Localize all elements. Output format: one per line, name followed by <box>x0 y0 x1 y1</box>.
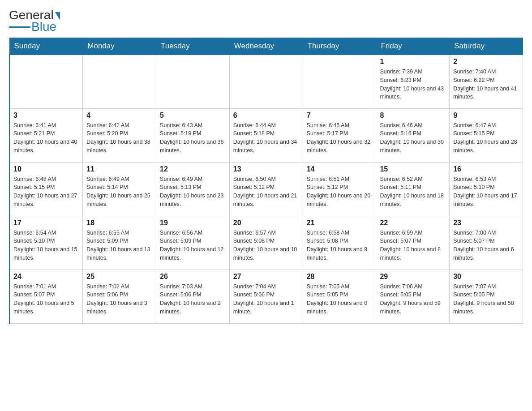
calendar-cell: 6Sunrise: 6:44 AMSunset: 5:18 PMDaylight… <box>229 108 303 162</box>
day-info: Sunrise: 7:07 AMSunset: 5:05 PMDaylight:… <box>453 283 519 316</box>
day-number: 20 <box>233 219 299 227</box>
day-info: Sunrise: 6:58 AMSunset: 5:08 PMDaylight:… <box>307 229 373 262</box>
calendar-cell: 4Sunrise: 6:42 AMSunset: 5:20 PMDaylight… <box>83 108 156 162</box>
calendar-header-friday: Friday <box>376 38 450 55</box>
day-number: 16 <box>453 165 519 173</box>
day-number: 6 <box>233 111 299 120</box>
day-number: 18 <box>86 219 152 227</box>
calendar-cell: 27Sunrise: 7:04 AMSunset: 5:06 PMDayligh… <box>229 270 303 323</box>
day-info: Sunrise: 6:47 AMSunset: 5:15 PMDaylight:… <box>453 121 519 155</box>
calendar-cell: 9Sunrise: 6:47 AMSunset: 5:15 PMDaylight… <box>450 108 523 162</box>
calendar-cell: 20Sunrise: 6:57 AMSunset: 5:08 PMDayligh… <box>229 216 303 270</box>
day-number: 10 <box>13 165 79 173</box>
calendar-cell: 21Sunrise: 6:58 AMSunset: 5:08 PMDayligh… <box>303 216 376 270</box>
calendar-cell <box>83 55 156 108</box>
calendar-cell: 29Sunrise: 7:06 AMSunset: 5:05 PMDayligh… <box>376 270 450 323</box>
calendar-cell: 5Sunrise: 6:43 AMSunset: 5:19 PMDaylight… <box>156 108 230 162</box>
day-number: 23 <box>453 219 519 227</box>
day-number: 8 <box>380 111 446 120</box>
day-number: 3 <box>13 111 79 120</box>
calendar-cell: 11Sunrise: 6:49 AMSunset: 5:14 PMDayligh… <box>83 162 156 216</box>
calendar-cell: 14Sunrise: 6:51 AMSunset: 5:12 PMDayligh… <box>303 162 376 216</box>
day-number: 11 <box>86 165 152 173</box>
calendar-header-saturday: Saturday <box>450 38 523 55</box>
calendar-cell: 23Sunrise: 7:00 AMSunset: 5:07 PMDayligh… <box>450 216 523 270</box>
calendar-cell: 26Sunrise: 7:03 AMSunset: 5:06 PMDayligh… <box>156 270 230 323</box>
page-header: General Blue <box>9 9 523 33</box>
day-info: Sunrise: 6:50 AMSunset: 5:12 PMDaylight:… <box>233 175 299 209</box>
day-info: Sunrise: 6:53 AMSunset: 5:10 PMDaylight:… <box>453 175 519 209</box>
day-info: Sunrise: 7:06 AMSunset: 5:05 PMDaylight:… <box>380 283 446 316</box>
day-number: 13 <box>233 165 299 173</box>
day-info: Sunrise: 7:05 AMSunset: 5:05 PMDaylight:… <box>307 283 373 316</box>
calendar-cell: 13Sunrise: 6:50 AMSunset: 5:12 PMDayligh… <box>229 162 303 216</box>
calendar-cell: 30Sunrise: 7:07 AMSunset: 5:05 PMDayligh… <box>450 270 523 323</box>
day-number: 17 <box>13 219 79 227</box>
day-info: Sunrise: 6:49 AMSunset: 5:14 PMDaylight:… <box>86 175 152 209</box>
calendar-cell: 22Sunrise: 6:59 AMSunset: 5:07 PMDayligh… <box>376 216 450 270</box>
day-info: Sunrise: 7:00 AMSunset: 5:07 PMDaylight:… <box>453 229 519 262</box>
calendar-cell: 15Sunrise: 6:52 AMSunset: 5:11 PMDayligh… <box>376 162 450 216</box>
day-number: 9 <box>453 111 519 120</box>
calendar-cell: 16Sunrise: 6:53 AMSunset: 5:10 PMDayligh… <box>450 162 523 216</box>
day-number: 5 <box>160 111 226 120</box>
day-number: 26 <box>160 273 226 281</box>
calendar-cell: 18Sunrise: 6:55 AMSunset: 5:09 PMDayligh… <box>83 216 156 270</box>
day-number: 14 <box>307 165 373 173</box>
calendar-cell <box>303 55 376 108</box>
day-info: Sunrise: 6:46 AMSunset: 5:16 PMDaylight:… <box>380 121 446 155</box>
day-info: Sunrise: 7:02 AMSunset: 5:06 PMDaylight:… <box>86 283 152 316</box>
calendar-cell <box>156 55 230 108</box>
day-info: Sunrise: 7:01 AMSunset: 5:07 PMDaylight:… <box>13 283 79 316</box>
calendar-cell: 1Sunrise: 7:39 AMSunset: 6:23 PMDaylight… <box>376 55 450 108</box>
day-number: 29 <box>380 273 446 281</box>
day-info: Sunrise: 7:03 AMSunset: 5:06 PMDaylight:… <box>160 283 226 316</box>
week-row-5: 24Sunrise: 7:01 AMSunset: 5:07 PMDayligh… <box>9 270 523 323</box>
day-number: 24 <box>13 273 79 281</box>
calendar-header-tuesday: Tuesday <box>156 38 230 55</box>
logo-triangle-icon <box>55 12 60 20</box>
calendar-header-row: SundayMondayTuesdayWednesdayThursdayFrid… <box>9 38 523 55</box>
calendar-table: SundayMondayTuesdayWednesdayThursdayFrid… <box>9 38 523 324</box>
calendar-cell: 12Sunrise: 6:49 AMSunset: 5:13 PMDayligh… <box>156 162 230 216</box>
day-info: Sunrise: 6:54 AMSunset: 5:10 PMDaylight:… <box>13 229 79 262</box>
calendar-cell: 2Sunrise: 7:40 AMSunset: 6:22 PMDaylight… <box>450 55 523 108</box>
day-number: 19 <box>160 219 226 227</box>
calendar-header-monday: Monday <box>83 38 156 55</box>
day-info: Sunrise: 6:57 AMSunset: 5:08 PMDaylight:… <box>233 229 299 262</box>
calendar-cell <box>9 55 83 108</box>
logo: General Blue <box>9 9 60 33</box>
week-row-4: 17Sunrise: 6:54 AMSunset: 5:10 PMDayligh… <box>9 216 523 270</box>
day-number: 2 <box>453 58 519 66</box>
calendar-cell: 3Sunrise: 6:41 AMSunset: 5:21 PMDaylight… <box>9 108 83 162</box>
day-info: Sunrise: 7:40 AMSunset: 6:22 PMDaylight:… <box>453 68 519 101</box>
day-number: 4 <box>86 111 152 120</box>
day-info: Sunrise: 6:48 AMSunset: 5:15 PMDaylight:… <box>13 175 79 209</box>
week-row-2: 3Sunrise: 6:41 AMSunset: 5:21 PMDaylight… <box>9 108 523 162</box>
day-info: Sunrise: 6:51 AMSunset: 5:12 PMDaylight:… <box>307 175 373 209</box>
day-number: 27 <box>233 273 299 281</box>
day-info: Sunrise: 6:41 AMSunset: 5:21 PMDaylight:… <box>13 121 79 155</box>
calendar-cell: 8Sunrise: 6:46 AMSunset: 5:16 PMDaylight… <box>376 108 450 162</box>
logo-underline <box>9 26 30 28</box>
day-info: Sunrise: 6:55 AMSunset: 5:09 PMDaylight:… <box>86 229 152 262</box>
day-number: 21 <box>307 219 373 227</box>
week-row-3: 10Sunrise: 6:48 AMSunset: 5:15 PMDayligh… <box>9 162 523 216</box>
week-row-1: 1Sunrise: 7:39 AMSunset: 6:23 PMDaylight… <box>9 55 523 108</box>
day-number: 12 <box>160 165 226 173</box>
calendar-header-thursday: Thursday <box>303 38 376 55</box>
day-number: 1 <box>380 58 446 66</box>
day-number: 22 <box>380 219 446 227</box>
day-number: 25 <box>86 273 152 281</box>
calendar-cell <box>229 55 303 108</box>
calendar-cell: 7Sunrise: 6:45 AMSunset: 5:17 PMDaylight… <box>303 108 376 162</box>
day-info: Sunrise: 6:49 AMSunset: 5:13 PMDaylight:… <box>160 175 226 209</box>
calendar-cell: 25Sunrise: 7:02 AMSunset: 5:06 PMDayligh… <box>83 270 156 323</box>
calendar-cell: 24Sunrise: 7:01 AMSunset: 5:07 PMDayligh… <box>9 270 83 323</box>
day-info: Sunrise: 6:43 AMSunset: 5:19 PMDaylight:… <box>160 121 226 155</box>
calendar-cell: 28Sunrise: 7:05 AMSunset: 5:05 PMDayligh… <box>303 270 376 323</box>
day-info: Sunrise: 6:56 AMSunset: 5:09 PMDaylight:… <box>160 229 226 262</box>
day-number: 30 <box>453 273 519 281</box>
calendar-header-wednesday: Wednesday <box>229 38 303 55</box>
day-number: 28 <box>307 273 373 281</box>
